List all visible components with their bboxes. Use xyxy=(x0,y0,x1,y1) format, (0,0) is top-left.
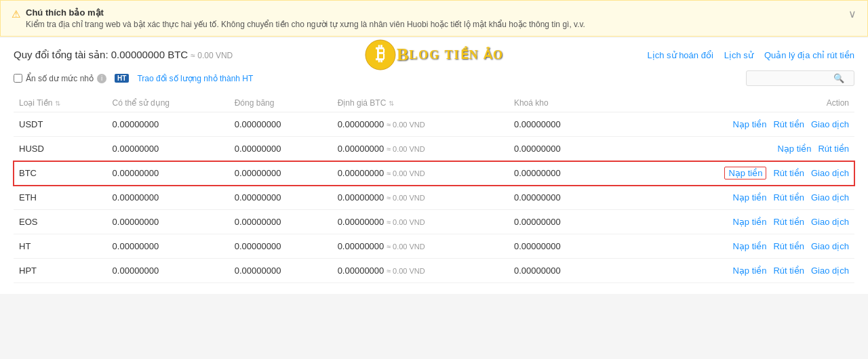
filter-row: Ẩn số dư mức nhỏ i HT Trao đổi số lượng … xyxy=(14,70,854,86)
col-co-the-su-dung: Có thể sử dụng xyxy=(107,94,229,112)
cell-btc-value: 0.00000000 ≈ 0.00 VND xyxy=(332,112,509,137)
assets-table: Loại Tiền ⇅ Có thể sử dụng Đóng băng Địn… xyxy=(14,94,854,283)
cell-currency: USDT xyxy=(14,112,107,137)
action-link-nạp-tiền[interactable]: Nạp tiền xyxy=(732,192,766,203)
action-link-giao-dịch[interactable]: Giao dịch xyxy=(811,266,849,276)
warning-chevron-icon[interactable]: ∨ xyxy=(848,7,856,20)
bitcoin-logo-icon: ₿ xyxy=(364,39,397,71)
hide-small-balance-label[interactable]: Ẩn số dư mức nhỏ i xyxy=(14,74,106,83)
action-link-giao-dịch[interactable]: Giao dịch xyxy=(811,168,849,178)
cell-actions: Nạp tiềnRút tiềnGiao dịch xyxy=(612,259,854,283)
action-link-rút-tiền[interactable]: Rút tiền xyxy=(773,266,804,276)
cell-frozen: 0.00000000 xyxy=(229,137,332,161)
logo-text: B log Tiền Ảo xyxy=(397,45,504,65)
cell-available: 0.00000000 xyxy=(107,161,229,186)
cell-available: 0.00000000 xyxy=(107,186,229,210)
cell-btc-value: 0.00000000 ≈ 0.00 VND xyxy=(332,137,509,161)
action-link-rút-tiền[interactable]: Rút tiền xyxy=(773,192,804,203)
filter-left: Ẩn số dư mức nhỏ i HT Trao đổi số lượng … xyxy=(14,74,253,83)
table-row: ETH0.000000000.000000000.00000000 ≈ 0.00… xyxy=(14,186,854,210)
action-link-giao-dịch[interactable]: Giao dịch xyxy=(811,192,849,203)
action-link-rút-tiền[interactable]: Rút tiền xyxy=(773,217,804,227)
cell-actions: Nạp tiềnRút tiền xyxy=(612,137,854,161)
cell-frozen: 0.00000000 xyxy=(229,112,332,137)
cell-locked: 0.00000000 xyxy=(509,259,612,283)
top-actions: Lịch sử hoán đổi Lịch sử Quản lý địa chỉ… xyxy=(647,50,854,60)
manage-address-link[interactable]: Quản lý địa chỉ rút tiền xyxy=(764,50,854,60)
cell-currency: EOS xyxy=(14,210,107,234)
action-link-nạp-tiền[interactable]: Nạp tiền xyxy=(732,266,766,276)
action-link-giao-dịch[interactable]: Giao dịch xyxy=(811,217,849,227)
col-dinh-gia-btc: Định giá BTC ⇅ xyxy=(332,94,509,112)
action-link-giao-dịch[interactable]: Giao dịch xyxy=(811,119,849,129)
cell-locked: 0.00000000 xyxy=(509,161,612,186)
table-row: HUSD0.000000000.000000000.00000000 ≈ 0.0… xyxy=(14,137,854,161)
action-link-nạp-tiền[interactable]: Nạp tiền xyxy=(732,217,766,227)
logo-rest: log Tiền Ảo xyxy=(409,47,504,62)
search-input[interactable] xyxy=(752,74,833,83)
total-assets-label: Quy đổi tổng tài sản: xyxy=(14,49,108,60)
action-link-nạp-tiền[interactable]: Nạp tiền xyxy=(724,167,766,180)
cell-currency: ETH xyxy=(14,186,107,210)
ht-badge: HT xyxy=(115,74,129,83)
action-link-rút-tiền[interactable]: Rút tiền xyxy=(773,168,804,178)
action-link-nạp-tiền[interactable]: Nạp tiền xyxy=(777,144,811,154)
warning-description: Kiểm tra địa chỉ trang web và bật xác th… xyxy=(26,20,585,29)
history-link[interactable]: Lịch sử xyxy=(724,50,753,60)
cell-locked: 0.00000000 xyxy=(509,210,612,234)
cell-actions: Nạp tiềnRút tiềnGiao dịch xyxy=(612,210,854,234)
action-link-nạp-tiền[interactable]: Nạp tiền xyxy=(732,241,766,251)
cell-available: 0.00000000 xyxy=(107,112,229,137)
cell-available: 0.00000000 xyxy=(107,137,229,161)
cell-frozen: 0.00000000 xyxy=(229,161,332,186)
warning-title: Chú thích bảo mật xyxy=(26,7,585,18)
cell-locked: 0.00000000 xyxy=(509,234,612,259)
col-khoa-kho: Khoá kho xyxy=(509,94,612,112)
total-btc-value: 0.00000000 BTC xyxy=(111,49,188,60)
col-dong-bang: Đóng băng xyxy=(229,94,332,112)
cell-frozen: 0.00000000 xyxy=(229,234,332,259)
cell-actions: Nạp tiềnRút tiềnGiao dịch xyxy=(612,112,854,137)
cell-currency: HUSD xyxy=(14,137,107,161)
cell-btc-value: 0.00000000 ≈ 0.00 VND xyxy=(332,210,509,234)
warning-bar: ⚠ Chú thích bảo mật Kiểm tra địa chỉ tra… xyxy=(0,0,868,37)
table-row: EOS0.000000000.000000000.00000000 ≈ 0.00… xyxy=(14,210,854,234)
cell-actions: Nạp tiềnRút tiềnGiao dịch xyxy=(612,186,854,210)
col-loai-tien: Loại Tiền ⇅ xyxy=(14,94,107,112)
logo-b: B xyxy=(397,45,409,65)
total-vnd-value: ≈ 0.00 VND xyxy=(191,51,233,60)
cell-btc-value: 0.00000000 ≈ 0.00 VND xyxy=(332,161,509,186)
main-container: Quy đổi tổng tài sản: 0.00000000 BTC ≈ 0… xyxy=(0,38,868,294)
table-row: HPT0.000000000.000000000.00000000 ≈ 0.00… xyxy=(14,259,854,283)
info-icon[interactable]: i xyxy=(97,74,106,83)
cell-available: 0.00000000 xyxy=(107,210,229,234)
cell-actions: Nạp tiềnRút tiềnGiao dịch xyxy=(612,234,854,259)
sort-icon-loai-tien[interactable]: ⇅ xyxy=(55,100,60,107)
action-link-giao-dịch[interactable]: Giao dịch xyxy=(811,241,849,251)
cell-frozen: 0.00000000 xyxy=(229,186,332,210)
col-action: Action xyxy=(612,94,854,112)
action-link-rút-tiền[interactable]: Rút tiền xyxy=(773,119,804,129)
sort-icon-btc[interactable]: ⇅ xyxy=(389,100,394,107)
table-row: HT0.000000000.000000000.00000000 ≈ 0.00 … xyxy=(14,234,854,259)
table-row: BTC0.000000000.000000000.00000000 ≈ 0.00… xyxy=(14,161,854,186)
action-link-rút-tiền[interactable]: Rút tiền xyxy=(773,241,804,251)
cell-available: 0.00000000 xyxy=(107,259,229,283)
trade-small-link[interactable]: Trao đổi số lượng nhỏ thành HT xyxy=(137,74,253,83)
logo-area: ₿ B log Tiền Ảo xyxy=(364,39,504,71)
search-icon: 🔍 xyxy=(833,73,844,83)
cell-currency: BTC xyxy=(14,161,107,186)
action-link-nạp-tiền[interactable]: Nạp tiền xyxy=(732,119,766,129)
table-row: USDT0.000000000.000000000.00000000 ≈ 0.0… xyxy=(14,112,854,137)
cell-currency: HPT xyxy=(14,259,107,283)
cell-frozen: 0.00000000 xyxy=(229,210,332,234)
cell-currency: HT xyxy=(14,234,107,259)
history-exchange-link[interactable]: Lịch sử hoán đổi xyxy=(647,50,713,60)
cell-btc-value: 0.00000000 ≈ 0.00 VND xyxy=(332,234,509,259)
hide-small-balance-checkbox[interactable] xyxy=(14,74,22,83)
cell-locked: 0.00000000 xyxy=(509,137,612,161)
hide-small-balance-text: Ẩn số dư mức nhỏ xyxy=(26,74,94,83)
cell-actions: Nạp tiềnRút tiềnGiao dịch xyxy=(612,161,854,186)
action-link-rút-tiền[interactable]: Rút tiền xyxy=(818,144,849,154)
cell-available: 0.00000000 xyxy=(107,234,229,259)
